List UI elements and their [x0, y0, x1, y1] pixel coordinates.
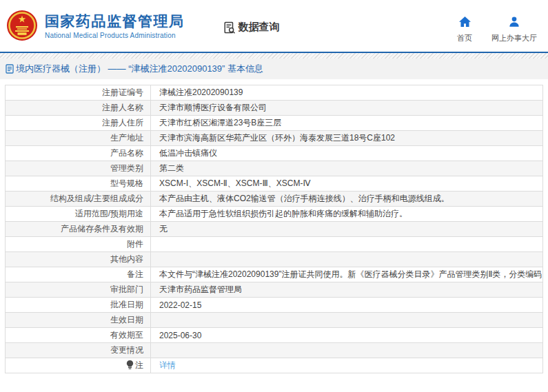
- field-value: 无: [151, 222, 543, 237]
- table-row: 型号规格XSCM-Ⅰ、XSCM-Ⅱ、XSCM-Ⅲ、XSCM-Ⅳ: [6, 176, 543, 192]
- org-name-english: National Medical Products Administration: [45, 32, 185, 39]
- nav-item-service-hall[interactable]: 网上办事大厅: [491, 17, 537, 43]
- field-value: 低温冲击镇痛仪: [151, 146, 543, 161]
- table-row: 变更情况: [6, 343, 543, 358]
- field-label: 注: [6, 358, 151, 373]
- site-header: 国家药品监督管理局 National Medical Products Admi…: [0, 0, 548, 53]
- table-row: 注详情: [6, 358, 543, 373]
- table-row: 批准日期2022-02-15: [6, 298, 543, 313]
- field-label: 备注: [6, 267, 151, 282]
- table-row: 结构及组成/主要组成成分本产品由主机、液体CO2输送管（治疗手柄连接线）、治疗手…: [6, 192, 543, 207]
- table-row: 生产地址天津市滨海高新区华苑产业区（环外）海泰发展三道18号C座102: [6, 131, 543, 146]
- field-value: 2025-06-30: [151, 328, 543, 343]
- table-row: 生效日期: [6, 313, 543, 328]
- field-value: 本产品由主机、液体CO2输送管（治疗手柄连接线）、治疗手柄和电源线组成。: [151, 192, 543, 207]
- table-row: 其他内容: [6, 252, 543, 267]
- field-label: 生产地址: [6, 131, 151, 146]
- hint-icon: [126, 360, 134, 371]
- field-value: [151, 252, 543, 267]
- registration-info-table: 注册证编号津械注准20202090139注册人名称天津市顺博医疗设备有限公司注册…: [5, 85, 543, 373]
- table-row: 附件: [6, 237, 543, 252]
- field-label: 有效期至: [6, 328, 151, 343]
- field-value: 津械注准20202090139: [151, 85, 543, 101]
- field-label: 审批部门: [6, 282, 151, 298]
- field-value: 详情: [151, 358, 543, 373]
- field-value: 2022-02-15: [151, 298, 543, 313]
- org-name: 国家药品监督管理局: [45, 13, 185, 30]
- table-row: 注册人住所天津市红桥区湘潭道23号B座三层: [6, 116, 543, 131]
- field-value: 本文件与“津械注准20202090139”注册证共同使用。新《医疗器械分类目录》…: [151, 267, 543, 282]
- field-value: 本产品适用于急性软组织损伤引起的肿胀和疼痛的缓解和辅助治疗。: [151, 207, 543, 222]
- field-label: 注册人住所: [6, 116, 151, 131]
- field-value: [151, 343, 543, 358]
- data-query-tab[interactable]: 数据查询: [223, 21, 280, 34]
- field-value: [151, 313, 543, 328]
- field-label: 其他内容: [6, 252, 151, 267]
- field-label: 附件: [6, 237, 151, 252]
- document-search-icon: [223, 21, 236, 34]
- field-label: 注册证编号: [6, 85, 151, 101]
- table-row: 适用范围/预期用途本产品适用于急性软组织损伤引起的肿胀和疼痛的缓解和辅助治疗。: [6, 207, 543, 222]
- table-row: 注册人名称天津市顺博医疗设备有限公司: [6, 101, 543, 116]
- field-value: 第二类: [151, 161, 543, 176]
- nav-item-label: 网上办事大厅: [491, 33, 537, 43]
- table-row: 注册证编号津械注准20202090139: [6, 85, 543, 101]
- user-icon: [509, 17, 520, 30]
- field-value: 天津市滨海高新区华苑产业区（环外）海泰发展三道18号C座102: [151, 131, 543, 146]
- home-icon: [459, 17, 471, 30]
- data-query-label: 数据查询: [239, 21, 280, 34]
- table-row: 产品名称低温冲击镇痛仪: [6, 146, 543, 161]
- info-table-body: 注册证编号津械注准20202090139注册人名称天津市顺博医疗设备有限公司注册…: [6, 85, 543, 373]
- table-row: 审批部门天津市药品监督管理局: [6, 282, 543, 298]
- field-label: 结构及组成/主要组成成分: [6, 192, 151, 207]
- breadcrumb: 境内医疗器械（注册） —— “津械注准20202090139” 基本信息: [0, 59, 548, 79]
- field-label: 型号规格: [6, 176, 151, 192]
- field-label: 管理类别: [6, 161, 151, 176]
- page-title: 境内医疗器械（注册） —— “津械注准20202090139” 基本信息: [16, 63, 263, 75]
- nav-item-home[interactable]: 首页: [457, 17, 472, 43]
- field-value: XSCM-Ⅰ、XSCM-Ⅱ、XSCM-Ⅲ、XSCM-Ⅳ: [151, 176, 543, 192]
- hatched-divider: [0, 53, 548, 59]
- field-label: 产品名称: [6, 146, 151, 161]
- field-label: 注册人名称: [6, 101, 151, 116]
- table-row: 产品储存条件及有效期无: [6, 222, 543, 237]
- field-value: [151, 237, 543, 252]
- nav-item-label: 首页: [457, 33, 472, 43]
- table-row: 管理类别第二类: [6, 161, 543, 176]
- field-value: 天津市红桥区湘潭道23号B座三层: [151, 116, 543, 131]
- table-row: 有效期至2025-06-30: [6, 328, 543, 343]
- field-label: 变更情况: [6, 343, 151, 358]
- table-row: 备注本文件与“津械注准20202090139”注册证共同使用。新《医疗器械分类目…: [6, 267, 543, 282]
- field-value: 天津市顺博医疗设备有限公司: [151, 101, 543, 116]
- document-icon: [6, 64, 14, 74]
- org-title-block: 国家药品监督管理局 National Medical Products Admi…: [45, 13, 185, 39]
- field-label: 批准日期: [6, 298, 151, 313]
- national-emblem-logo: [6, 9, 38, 43]
- detail-link[interactable]: 详情: [159, 360, 176, 370]
- header-nav: 首页 网上办事大厅: [457, 17, 537, 43]
- field-value: 天津市药品监督管理局: [151, 282, 543, 298]
- field-label: 生效日期: [6, 313, 151, 328]
- field-label: 产品储存条件及有效期: [6, 222, 151, 237]
- field-label: 适用范围/预期用途: [6, 207, 151, 222]
